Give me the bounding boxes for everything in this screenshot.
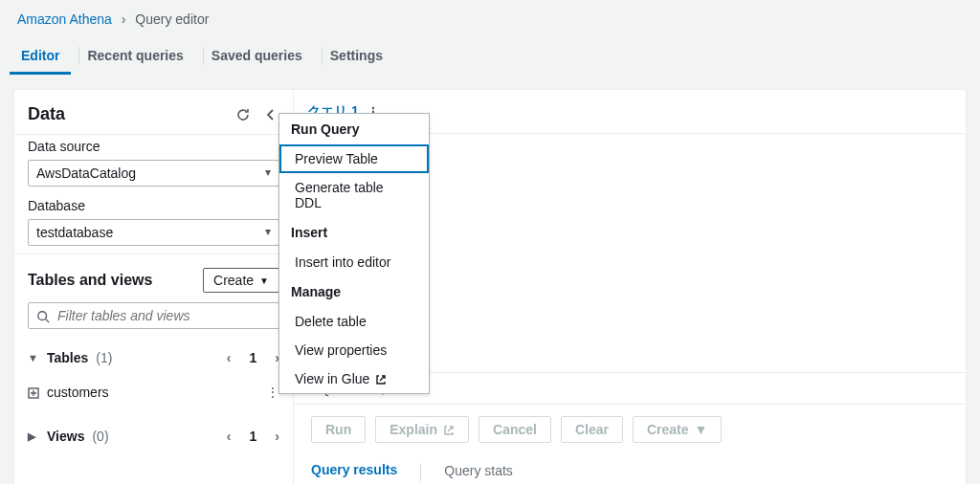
- external-link-icon: [375, 372, 387, 385]
- context-menu-item-label: Generate table DDL: [295, 180, 413, 210]
- breadcrumb-separator: ›: [122, 11, 126, 27]
- expand-table-icon[interactable]: [28, 386, 39, 399]
- table-context-menu: Run QueryPreview TableGenerate table DDL…: [278, 113, 430, 394]
- context-menu-item[interactable]: View properties: [279, 336, 429, 364]
- tab-editor[interactable]: Editor: [17, 38, 63, 73]
- tab-settings[interactable]: Settings: [326, 38, 387, 73]
- create-button[interactable]: Create ▼: [203, 268, 279, 293]
- cancel-button[interactable]: Cancel: [479, 416, 551, 443]
- datasource-select[interactable]: AwsDataCatalog: [28, 160, 279, 187]
- breadcrumb: Amazon Athena › Query editor: [0, 0, 980, 38]
- results-tabs: Query results Query stats: [294, 454, 966, 484]
- views-label: Views: [47, 429, 84, 444]
- tab-query-results[interactable]: Query results: [311, 462, 397, 484]
- search-icon: [36, 308, 50, 323]
- tab-saved-queries[interactable]: Saved queries: [208, 38, 306, 73]
- run-button[interactable]: Run: [311, 416, 366, 443]
- context-menu-item[interactable]: Preview Table: [279, 144, 429, 173]
- tab-divider: [203, 47, 204, 64]
- query-action-bar: Run Explain Cancel Clear Create ▼: [294, 405, 966, 454]
- context-menu-item-label: View in Glue: [295, 371, 369, 386]
- svg-point-0: [38, 312, 47, 320]
- context-menu-item-label: Preview Table: [295, 151, 378, 166]
- context-menu-item-label: Delete table: [295, 314, 367, 329]
- views-next-icon[interactable]: ›: [275, 429, 279, 444]
- context-menu-item-label: View properties: [295, 342, 387, 358]
- tab-recent-queries[interactable]: Recent queries: [83, 38, 187, 73]
- data-panel-title: Data: [28, 104, 65, 124]
- tables-pager: ‹ 1 ›: [227, 346, 279, 369]
- breadcrumb-current: Query editor: [135, 11, 209, 27]
- views-collapse-icon[interactable]: ▶: [28, 430, 39, 443]
- caret-down-icon: ▼: [259, 275, 269, 286]
- context-menu-group-header: Manage: [279, 276, 429, 307]
- context-menu-item[interactable]: Insert into editor: [279, 248, 429, 276]
- context-menu-item[interactable]: Generate table DDL: [279, 173, 429, 217]
- context-menu-item-label: Insert into editor: [295, 254, 390, 270]
- context-menu-group-header: Insert: [279, 217, 429, 248]
- tables-prev-icon[interactable]: ‹: [227, 350, 232, 365]
- context-menu-item[interactable]: View in Glue: [279, 364, 429, 393]
- table-row[interactable]: customers ⋮: [14, 377, 293, 407]
- views-count: (0): [92, 429, 108, 444]
- table-row-menu-icon[interactable]: ⋮: [266, 385, 279, 400]
- data-sidebar: Data Data source AwsDataCatalog Database…: [14, 90, 294, 484]
- caret-down-icon: ▼: [695, 422, 708, 437]
- breadcrumb-root[interactable]: Amazon Athena: [17, 11, 112, 27]
- table-name: customers: [47, 385, 109, 400]
- create-query-button[interactable]: Create ▼: [633, 416, 722, 443]
- external-link-icon: [443, 422, 455, 437]
- create-button-label: Create: [213, 273, 254, 288]
- database-value: testdatabase: [36, 225, 113, 240]
- filter-tables-search[interactable]: [28, 302, 279, 329]
- tab-query-stats[interactable]: Query stats: [444, 463, 513, 484]
- datasource-label: Data source: [28, 139, 279, 154]
- context-menu-item[interactable]: Delete table: [279, 307, 429, 336]
- main-panel: Data Data source AwsDataCatalog Database…: [13, 89, 967, 484]
- tables-views-title: Tables and views: [28, 272, 152, 289]
- context-menu-group-header: Run Query: [279, 114, 429, 144]
- database-label: Database: [28, 198, 279, 213]
- clear-button[interactable]: Clear: [561, 416, 623, 443]
- tables-collapse-icon[interactable]: ▼: [28, 352, 39, 363]
- filter-tables-input[interactable]: [57, 308, 271, 323]
- tables-label: Tables: [47, 350, 88, 365]
- explain-button[interactable]: Explain: [375, 416, 469, 443]
- views-page-num: 1: [241, 425, 266, 448]
- create-query-label: Create: [647, 422, 689, 437]
- tab-divider: [420, 464, 421, 481]
- views-pager: ‹ 1 ›: [227, 425, 279, 448]
- tables-count: (1): [96, 350, 112, 365]
- top-tabs: Editor Recent queries Saved queries Sett…: [0, 38, 980, 74]
- tab-divider: [322, 47, 323, 64]
- tab-divider: [78, 47, 79, 64]
- explain-label: Explain: [390, 422, 437, 437]
- collapse-panel-icon[interactable]: [262, 103, 279, 124]
- views-prev-icon[interactable]: ‹: [227, 429, 232, 444]
- refresh-icon[interactable]: [234, 103, 253, 124]
- datasource-value: AwsDataCatalog: [36, 165, 136, 181]
- database-select[interactable]: testdatabase: [28, 219, 279, 246]
- tables-page-num: 1: [241, 346, 266, 369]
